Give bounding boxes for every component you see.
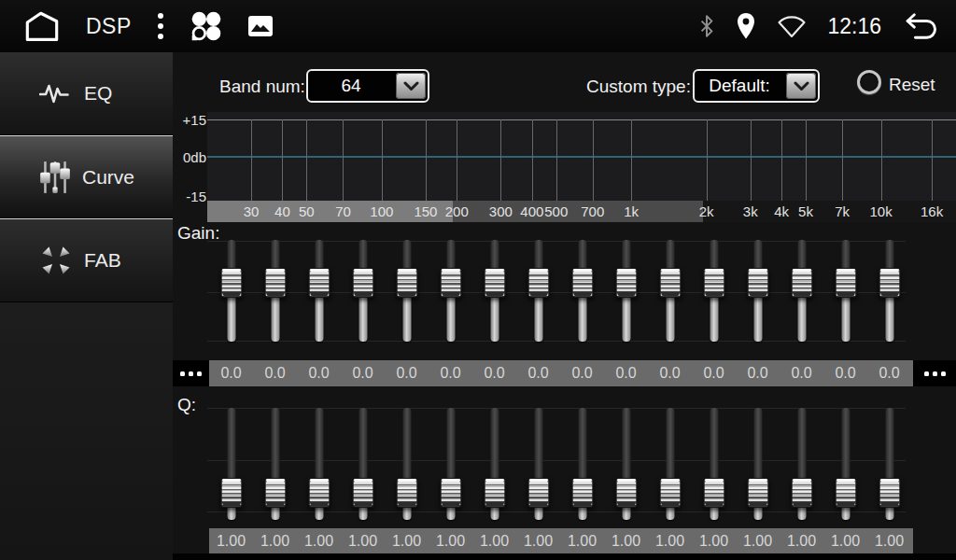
ellipsis-icon bbox=[197, 371, 202, 376]
q-slider[interactable] bbox=[867, 403, 911, 525]
slider-track bbox=[578, 408, 586, 481]
slider-thumb[interactable] bbox=[791, 268, 812, 298]
slider-thumb[interactable] bbox=[484, 478, 505, 508]
q-slider[interactable] bbox=[209, 403, 253, 525]
slider-thumb[interactable] bbox=[747, 478, 768, 508]
q-slider[interactable] bbox=[516, 403, 560, 525]
slider-thumb[interactable] bbox=[352, 268, 373, 298]
q-slider[interactable] bbox=[736, 403, 780, 525]
q-slider[interactable] bbox=[560, 403, 604, 525]
q-slider[interactable] bbox=[780, 403, 823, 525]
chevron-down-icon[interactable] bbox=[786, 73, 816, 99]
gain-slider[interactable] bbox=[692, 235, 736, 345]
slider-thumb[interactable] bbox=[308, 478, 330, 508]
slider-thumb[interactable] bbox=[352, 478, 373, 508]
slider-thumb[interactable] bbox=[484, 268, 505, 298]
gain-slider[interactable] bbox=[209, 235, 253, 345]
sidebar-item-fab[interactable]: FAB bbox=[0, 219, 173, 302]
clover-apps-icon[interactable] bbox=[190, 9, 223, 43]
custom-type-value: Default: bbox=[695, 76, 784, 96]
custom-type-dropdown[interactable]: Default: bbox=[693, 69, 820, 103]
slider-thumb[interactable] bbox=[440, 268, 461, 298]
slider-thumb[interactable] bbox=[527, 478, 549, 508]
gain-value: 0.0 bbox=[604, 360, 648, 386]
freq-tick-label: 16k bbox=[921, 201, 943, 222]
slider-thumb[interactable] bbox=[703, 478, 724, 508]
slider-thumb[interactable] bbox=[747, 268, 768, 298]
gain-value: 0.0 bbox=[736, 360, 780, 386]
slider-thumb[interactable] bbox=[703, 268, 724, 298]
reset-label: Reset bbox=[889, 75, 935, 95]
slider-thumb[interactable] bbox=[264, 478, 286, 508]
gain-slider[interactable] bbox=[604, 235, 648, 345]
freq-tick-label: 30 bbox=[244, 201, 260, 222]
slider-thumb[interactable] bbox=[571, 268, 593, 298]
slider-thumb[interactable] bbox=[220, 268, 242, 298]
gain-slider[interactable] bbox=[385, 235, 429, 345]
slider-thumb[interactable] bbox=[791, 478, 812, 508]
home-icon[interactable] bbox=[22, 10, 62, 42]
slider-thumb[interactable] bbox=[879, 478, 900, 508]
sidebar-item-eq[interactable]: EQ bbox=[0, 52, 173, 135]
gain-slider[interactable] bbox=[472, 235, 516, 345]
gain-slider[interactable] bbox=[736, 235, 780, 345]
scroll-left-button[interactable] bbox=[173, 360, 209, 386]
scroll-right-button[interactable] bbox=[913, 360, 956, 386]
gain-value: 0.0 bbox=[648, 360, 692, 386]
gain-values-row: 0.00.00.00.00.00.00.00.00.00.00.00.00.00… bbox=[173, 360, 956, 386]
q-slider[interactable] bbox=[429, 403, 472, 525]
slider-thumb[interactable] bbox=[440, 478, 461, 508]
q-slider[interactable] bbox=[604, 403, 648, 525]
overflow-menu-icon[interactable] bbox=[156, 10, 165, 42]
slider-thumb[interactable] bbox=[615, 268, 637, 298]
slider-thumb[interactable] bbox=[308, 268, 330, 298]
gain-slider[interactable] bbox=[253, 235, 297, 345]
gain-slider[interactable] bbox=[867, 235, 911, 345]
q-slider[interactable] bbox=[472, 403, 516, 525]
back-icon[interactable] bbox=[902, 12, 939, 40]
gallery-icon[interactable] bbox=[247, 15, 274, 37]
gain-slider[interactable] bbox=[648, 235, 692, 345]
slider-thumb[interactable] bbox=[835, 268, 856, 298]
slider-thumb[interactable] bbox=[527, 268, 549, 298]
slider-thumb[interactable] bbox=[615, 478, 637, 508]
q-slider[interactable] bbox=[692, 403, 736, 525]
slider-thumb[interactable] bbox=[220, 478, 242, 508]
q-slider[interactable] bbox=[823, 403, 867, 525]
slider-thumb[interactable] bbox=[396, 268, 417, 298]
slider-thumb[interactable] bbox=[879, 268, 900, 298]
slider-thumb[interactable] bbox=[659, 478, 681, 508]
slider-thumb[interactable] bbox=[396, 478, 417, 508]
gain-slider[interactable] bbox=[297, 235, 341, 345]
q-slider[interactable] bbox=[648, 403, 692, 525]
gain-slider[interactable] bbox=[429, 235, 472, 345]
freq-tick-label: 7k bbox=[835, 201, 850, 222]
gain-slider[interactable] bbox=[341, 235, 385, 345]
gain-slider[interactable] bbox=[560, 235, 604, 345]
status-bar: DSP bbox=[0, 0, 956, 53]
grid-line bbox=[532, 119, 533, 201]
gain-slider[interactable] bbox=[823, 235, 867, 345]
sidebar-item-curve[interactable]: Curve bbox=[0, 135, 173, 219]
q-slider[interactable] bbox=[385, 403, 429, 525]
reset-radio[interactable] bbox=[857, 70, 881, 94]
band-num-dropdown[interactable]: 64 bbox=[306, 69, 429, 103]
q-value: 1.00 bbox=[385, 528, 429, 553]
sidebar-item-label: EQ bbox=[84, 82, 112, 105]
band-num-label: Band num: bbox=[219, 77, 305, 97]
grid-line bbox=[806, 119, 807, 201]
q-slider[interactable] bbox=[297, 403, 341, 525]
gain-slider[interactable] bbox=[780, 235, 823, 345]
eq-plot-area[interactable] bbox=[207, 112, 956, 201]
eq-graph: +15 0db -15 3040507010015020030040050070… bbox=[173, 112, 956, 222]
slider-thumb[interactable] bbox=[264, 268, 286, 298]
slider-track bbox=[490, 408, 499, 481]
freq-tick-label: 300 bbox=[489, 201, 513, 222]
gain-slider[interactable] bbox=[516, 235, 560, 345]
slider-thumb[interactable] bbox=[659, 268, 681, 298]
chevron-down-icon[interactable] bbox=[396, 73, 426, 99]
q-slider[interactable] bbox=[253, 403, 297, 525]
slider-thumb[interactable] bbox=[571, 478, 593, 508]
slider-thumb[interactable] bbox=[835, 478, 856, 508]
q-slider[interactable] bbox=[341, 403, 385, 525]
